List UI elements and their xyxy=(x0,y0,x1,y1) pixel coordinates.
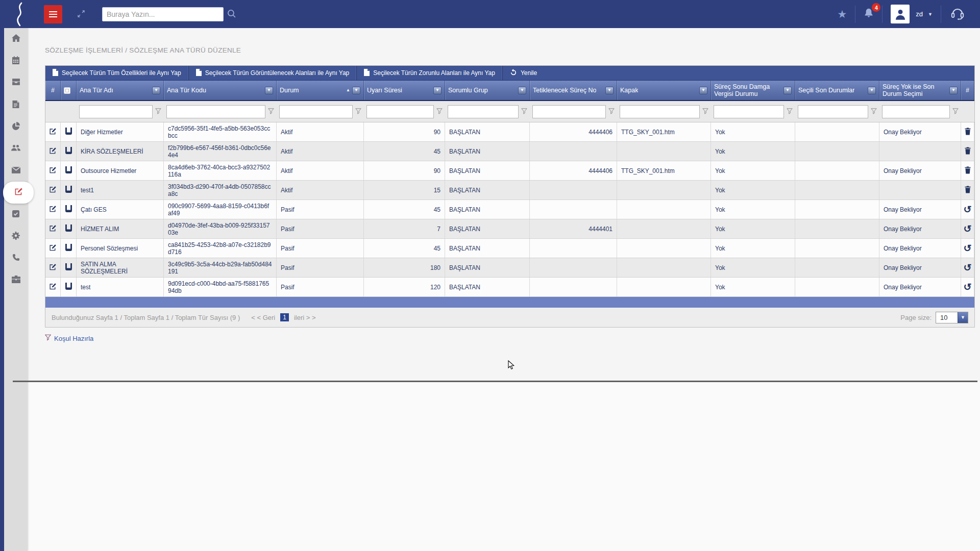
column-header-selected_states[interactable]: Seçili Son Durumlar▼ xyxy=(795,81,879,100)
toolbar-button-2[interactable]: Seçilecek Türün Görüntülenecek Alanları … xyxy=(189,66,357,80)
filter-funnel-icon[interactable] xyxy=(521,107,527,116)
filter-input-warning[interactable] xyxy=(366,105,434,118)
save-row-button[interactable] xyxy=(65,263,72,272)
filter-funnel-icon[interactable] xyxy=(268,107,274,116)
delete-row-button[interactable] xyxy=(965,147,971,156)
avatar[interactable] xyxy=(891,5,910,23)
save-row-button[interactable] xyxy=(65,186,72,194)
column-filter-caret-icon[interactable]: ▼ xyxy=(699,87,707,94)
filter-input-group[interactable] xyxy=(448,105,519,118)
edit-row-button[interactable] xyxy=(49,147,57,156)
toolbar-button-1[interactable]: Seçilecek Türün Tüm Özellikleri ile Aynı… xyxy=(45,66,189,80)
search-input[interactable] xyxy=(102,7,224,21)
column-header-process_no[interactable]: Tetiklenecek Süreç No▼ xyxy=(530,81,617,100)
filter-input-process_no[interactable] xyxy=(532,105,606,118)
sidebar-item-documents[interactable] xyxy=(4,94,28,116)
column-filter-caret-icon[interactable]: ▼ xyxy=(433,87,442,94)
edit-row-button[interactable] xyxy=(49,244,57,253)
menu-button[interactable] xyxy=(44,5,62,23)
notifications-bell-icon[interactable]: 4 xyxy=(864,8,874,20)
filter-input-status[interactable] xyxy=(279,105,353,118)
sidebar-item-calls[interactable] xyxy=(4,247,28,269)
toolbar-button-3[interactable]: Seçilecek Türün Zorunlu Alanları ile Ayn… xyxy=(357,66,503,80)
column-header-warning[interactable]: Uyarı Süresi▼ xyxy=(364,81,445,100)
sidebar-item-contract-edit[interactable] xyxy=(3,182,34,204)
save-row-button[interactable] xyxy=(65,166,72,175)
save-row-button[interactable] xyxy=(65,224,72,233)
filter-funnel-icon[interactable] xyxy=(787,107,793,116)
edit-row-button[interactable] xyxy=(49,263,57,272)
column-filter-caret-icon[interactable]: ▼ xyxy=(949,87,958,94)
column-header-code[interactable]: Ana Tür Kodu▼ xyxy=(164,81,277,100)
restore-row-button[interactable]: ↺ xyxy=(964,205,972,214)
filter-funnel-icon[interactable] xyxy=(952,107,959,116)
column-header-name[interactable]: Ana Tür Adı▼ xyxy=(77,81,164,100)
delete-row-button[interactable] xyxy=(965,128,971,137)
sidebar-item-inbox[interactable] xyxy=(4,72,28,94)
save-row-button[interactable] xyxy=(65,147,72,156)
edit-row-button[interactable] xyxy=(49,166,57,176)
filter-input-cover[interactable] xyxy=(620,105,700,118)
restore-row-button[interactable]: ↺ xyxy=(964,243,972,253)
sidebar-item-reports[interactable] xyxy=(4,116,28,138)
edit-row-button[interactable] xyxy=(49,128,57,137)
filter-funnel-icon[interactable] xyxy=(702,107,708,116)
cell-code: f2b799b6-e567-456f-b361-0dbc0c56e4e4 xyxy=(164,142,277,161)
restore-row-button[interactable]: ↺ xyxy=(964,263,972,272)
current-page-button[interactable]: 1 xyxy=(280,313,289,321)
edit-row-button[interactable] xyxy=(49,283,57,292)
column-filter-caret-icon[interactable]: ▼ xyxy=(518,87,526,94)
sidebar-item-calendar[interactable] xyxy=(4,50,28,72)
column-filter-caret-icon[interactable]: ▼ xyxy=(265,87,273,94)
filter-input-name[interactable] xyxy=(79,105,153,118)
save-row-button[interactable] xyxy=(65,205,72,214)
sidebar-item-home[interactable] xyxy=(4,28,28,50)
sidebar-item-work[interactable] xyxy=(4,269,28,291)
restore-row-button[interactable]: ↺ xyxy=(964,282,972,292)
filter-funnel-icon[interactable] xyxy=(355,107,361,116)
filter-input-selected_states[interactable] xyxy=(798,105,868,118)
column-header-status[interactable]: Durum▲▼ xyxy=(277,81,364,100)
delete-row-button[interactable] xyxy=(965,166,971,176)
expand-icon[interactable] xyxy=(77,9,86,20)
toolbar-button-4[interactable]: Yenile xyxy=(503,66,544,80)
column-header-cover[interactable]: Kapak▼ xyxy=(617,81,711,100)
edit-row-button[interactable] xyxy=(49,205,57,214)
column-header-stamp[interactable]: Süreç Sonu Damga Vergisi Durumu▼ xyxy=(711,81,795,100)
delete-row-button[interactable] xyxy=(965,186,971,195)
sidebar-item-settings[interactable] xyxy=(4,226,28,247)
restore-row-button[interactable]: ↺ xyxy=(964,224,972,234)
page-size-select[interactable]: 10 ▼ xyxy=(936,312,968,323)
prepare-condition-link[interactable]: Koşul Hazırla xyxy=(54,335,93,342)
filter-funnel-icon[interactable] xyxy=(436,107,443,116)
select-all-checkbox[interactable] xyxy=(64,87,70,94)
user-menu-caret-icon[interactable]: ▼ xyxy=(928,12,933,17)
sidebar-item-groups[interactable] xyxy=(4,138,28,160)
filter-input-stamp[interactable] xyxy=(714,105,784,118)
save-row-button[interactable] xyxy=(65,283,72,291)
column-filter-caret-icon[interactable]: ▼ xyxy=(868,87,876,94)
prev-page-link[interactable]: < < Geri xyxy=(251,314,275,321)
column-filter-caret-icon[interactable]: ▼ xyxy=(152,87,160,94)
column-filter-caret-icon[interactable]: ▼ xyxy=(605,87,614,94)
filter-input-code[interactable] xyxy=(166,105,265,118)
filter-funnel-icon[interactable] xyxy=(608,107,615,116)
sidebar-item-messages[interactable] xyxy=(4,160,28,182)
edit-row-button[interactable] xyxy=(49,224,57,234)
search-icon[interactable] xyxy=(227,9,236,20)
filter-funnel-icon[interactable] xyxy=(871,107,877,116)
save-row-button[interactable] xyxy=(65,128,72,136)
column-filter-caret-icon[interactable]: ▼ xyxy=(783,87,792,94)
next-page-link[interactable]: ileri > > xyxy=(294,314,316,321)
column-header-group[interactable]: Sorumlu Grup▼ xyxy=(445,81,530,100)
sidebar-item-tasks[interactable] xyxy=(4,204,28,226)
filter-funnel-icon[interactable] xyxy=(155,107,161,116)
filter-input-last_state[interactable] xyxy=(882,105,950,118)
favorites-star-icon[interactable]: ★ xyxy=(838,9,847,19)
save-row-button[interactable] xyxy=(65,244,72,253)
column-filter-caret-icon[interactable]: ▼ xyxy=(352,87,360,94)
cell-stamp: Yok xyxy=(711,239,795,258)
edit-row-button[interactable] xyxy=(49,186,57,195)
support-headset-icon[interactable] xyxy=(949,5,966,23)
column-header-last_state[interactable]: Süreç Yok ise Son Durum Seçimi▼ xyxy=(879,81,961,100)
